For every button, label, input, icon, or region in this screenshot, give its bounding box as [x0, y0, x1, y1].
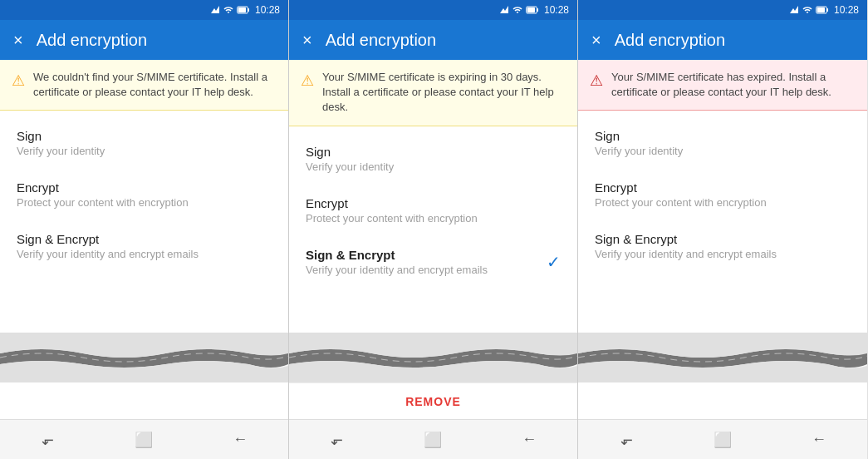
svg-rect-12 — [817, 7, 825, 12]
signal-icon — [499, 5, 509, 15]
status-bar-icons: 10:28 — [789, 4, 859, 16]
wave-divider — [0, 333, 288, 382]
option-label: Sign — [17, 129, 272, 143]
option-sublabel: Verify your identity and encrypt emails — [306, 264, 561, 276]
recent-apps-icon[interactable]: ⬐ — [23, 423, 73, 457]
option-label: Encrypt — [595, 180, 851, 195]
option-sublabel: Verify your identity — [306, 160, 561, 173]
remove-area: REMOVE — [289, 382, 577, 419]
option-item-1[interactable]: Sign Verify your identity — [0, 117, 288, 169]
app-bar-title: Add encryption — [326, 31, 436, 50]
alert-icon: ⚠ — [301, 71, 314, 91]
phone-panel-2: 10:28 × Add encryption ⚠ Your S/MIME cer… — [289, 0, 578, 459]
options-list: Sign Verify your identity Encrypt Protec… — [578, 111, 867, 333]
option-sublabel: Protect your content with encryption — [306, 212, 561, 225]
option-item-1[interactable]: Sign Verify your identity — [578, 117, 867, 169]
svg-rect-3 — [248, 8, 249, 12]
option-item-1[interactable]: Sign Verify your identity — [289, 133, 577, 185]
close-button[interactable]: × — [302, 31, 312, 50]
phone-panel-3: 10:28 × Add encryption ⚠ Your S/MIME cer… — [578, 0, 867, 459]
wifi-icon — [223, 5, 233, 15]
option-sublabel: Verify your identity and encrypt emails — [17, 248, 272, 260]
alert-text: Your S/MIME certificate has expired. Ins… — [611, 70, 856, 100]
status-bar: 10:28 — [0, 0, 288, 20]
alert-icon: ⚠ — [12, 71, 25, 91]
signal-icon — [210, 5, 220, 15]
app-bar: × Add encryption — [289, 20, 577, 60]
signal-icon — [789, 5, 799, 15]
close-button[interactable]: × — [13, 31, 23, 50]
back-icon[interactable]: ← — [215, 423, 265, 457]
status-time: 10:28 — [544, 4, 569, 16]
alert-banner: ⚠ We couldn't find your S/MIME certifica… — [0, 60, 288, 111]
wave-svg — [0, 333, 288, 382]
option-sublabel: Protect your content with encryption — [595, 196, 851, 209]
battery-icon — [816, 5, 829, 15]
recent-apps-icon[interactable]: ⬐ — [601, 423, 651, 457]
option-sublabel: Verify your identity — [17, 145, 272, 157]
option-label: Sign & Encrypt — [306, 248, 561, 262]
app-bar-title: Add encryption — [37, 31, 147, 50]
svg-marker-10 — [790, 6, 798, 13]
remove-button[interactable]: REMOVE — [405, 395, 461, 408]
status-bar-icons: 10:28 — [499, 4, 569, 16]
home-icon[interactable]: ⬜ — [698, 423, 748, 457]
svg-rect-2 — [238, 7, 246, 12]
option-label: Sign & Encrypt — [17, 232, 272, 246]
app-bar-title: Add encryption — [615, 31, 725, 50]
wave-divider — [289, 333, 577, 382]
app-bar: × Add encryption — [0, 20, 288, 60]
alert-banner: ⚠ Your S/MIME certificate has expired. I… — [578, 60, 867, 111]
status-bar: 10:28 — [578, 0, 867, 20]
status-time: 10:28 — [255, 4, 280, 16]
option-item-2[interactable]: Encrypt Protect your content with encryp… — [578, 169, 867, 220]
option-label: Encrypt — [17, 180, 272, 195]
options-list: Sign Verify your identity Encrypt Protec… — [289, 126, 577, 333]
option-item-2[interactable]: Encrypt Protect your content with encryp… — [289, 185, 577, 236]
bottom-nav: ⬐⬜← — [0, 419, 288, 459]
alert-text: Your S/MIME certificate is expiring in 3… — [322, 70, 566, 116]
back-icon[interactable]: ← — [504, 423, 554, 457]
option-sublabel: Protect your content with encryption — [17, 196, 272, 209]
svg-marker-5 — [500, 6, 508, 13]
alert-icon: ⚠ — [590, 71, 603, 91]
back-icon[interactable]: ← — [794, 423, 844, 457]
status-bar-icons: 10:28 — [210, 4, 280, 16]
alert-banner: ⚠ Your S/MIME certificate is expiring in… — [289, 60, 577, 126]
close-button[interactable]: × — [591, 31, 601, 50]
battery-icon — [237, 5, 250, 15]
option-label: Sign — [595, 129, 851, 143]
option-label: Sign — [306, 145, 561, 159]
options-list: Sign Verify your identity Encrypt Protec… — [0, 111, 288, 333]
wave-divider — [578, 333, 867, 382]
status-time: 10:28 — [834, 4, 859, 16]
home-icon[interactable]: ⬜ — [408, 423, 458, 457]
svg-marker-0 — [211, 6, 219, 13]
option-item-3[interactable]: Sign & Encrypt Verify your identity and … — [578, 220, 867, 272]
spacer — [578, 382, 867, 419]
option-label: Encrypt — [306, 196, 561, 210]
bottom-nav: ⬐⬜← — [578, 419, 867, 459]
home-icon[interactable]: ⬜ — [119, 423, 169, 457]
option-item-2[interactable]: Encrypt Protect your content with encryp… — [0, 169, 288, 220]
bottom-nav: ⬐⬜← — [289, 419, 577, 459]
phone-panel-1: 10:28 × Add encryption ⚠ We couldn't fin… — [0, 0, 289, 459]
wifi-icon — [512, 5, 522, 15]
svg-rect-7 — [527, 7, 535, 12]
svg-rect-8 — [537, 8, 538, 12]
option-label: Sign & Encrypt — [595, 232, 851, 246]
status-bar: 10:28 — [289, 0, 577, 20]
recent-apps-icon[interactable]: ⬐ — [312, 423, 362, 457]
check-icon: ✓ — [547, 252, 561, 272]
alert-text: We couldn't find your S/MIME certificate… — [33, 70, 277, 100]
option-item-3[interactable]: Sign & Encrypt Verify your identity and … — [289, 236, 577, 288]
wave-svg — [289, 333, 577, 382]
wave-svg — [578, 333, 867, 382]
option-sublabel: Verify your identity and encrypt emails — [595, 248, 851, 260]
option-item-3[interactable]: Sign & Encrypt Verify your identity and … — [0, 220, 288, 272]
option-sublabel: Verify your identity — [595, 145, 851, 157]
spacer — [0, 382, 288, 419]
battery-icon — [526, 5, 539, 15]
wifi-icon — [802, 5, 812, 15]
svg-rect-13 — [826, 8, 828, 12]
